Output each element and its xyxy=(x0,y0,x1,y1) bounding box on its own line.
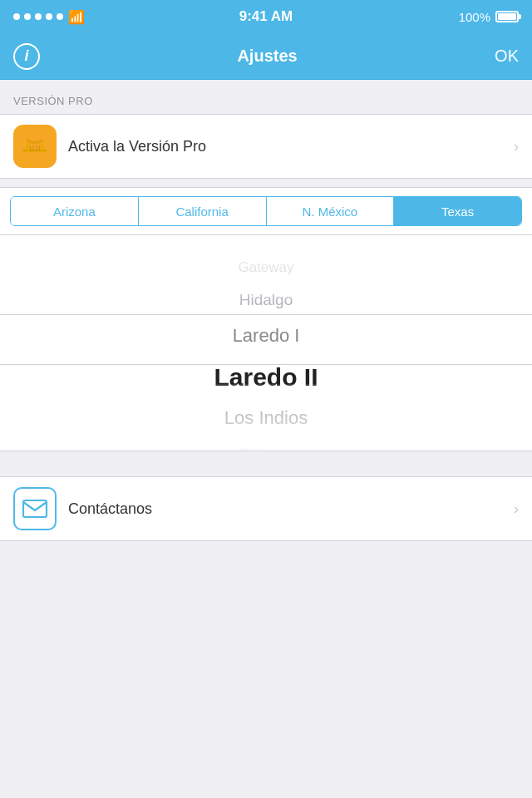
battery-fill xyxy=(498,13,516,20)
nav-title: Ajustes xyxy=(237,47,297,66)
contact-icon xyxy=(13,487,57,530)
list-item: Los Indios xyxy=(0,400,532,437)
contact-text: Contáctanos xyxy=(68,500,514,518)
status-left: 📶 xyxy=(13,9,85,25)
nav-bar: i Ajustes OK xyxy=(0,33,532,80)
list-item: Laredo I xyxy=(0,318,532,355)
picker-divider-top xyxy=(0,314,532,315)
segment-control: Arizona California N. México Texas xyxy=(10,196,522,226)
section-gap xyxy=(0,451,532,476)
contact-row[interactable]: Contáctanos › xyxy=(0,476,532,541)
list-item-selected: Laredo II xyxy=(0,354,532,400)
dot-5 xyxy=(57,13,63,20)
picker-divider-bottom xyxy=(0,364,532,365)
bridge-svg xyxy=(20,131,50,161)
pro-row[interactable]: Activa la Versión Pro › xyxy=(0,114,532,179)
status-bar: 📶 9:41 AM 100% xyxy=(0,0,532,33)
info-button[interactable]: i xyxy=(13,43,40,70)
status-time: 9:41 AM xyxy=(239,8,293,25)
dot-2 xyxy=(24,13,31,20)
picker-list: Gateway Hidalgo Laredo I Laredo II Los I… xyxy=(0,235,532,451)
list-item: Gateway xyxy=(0,252,532,283)
status-right: 100% xyxy=(459,10,519,24)
pro-chevron-icon: › xyxy=(514,138,519,155)
segment-item-california[interactable]: California xyxy=(139,197,267,225)
email-icon xyxy=(22,495,48,522)
wifi-icon: 📶 xyxy=(68,9,85,25)
battery-percent: 100% xyxy=(459,10,490,24)
svg-line-8 xyxy=(37,145,37,150)
signal-dots xyxy=(13,13,63,20)
svg-line-9 xyxy=(39,145,40,150)
svg-rect-10 xyxy=(23,500,47,517)
picker-container[interactable]: Gateway Hidalgo Laredo I Laredo II Los I… xyxy=(0,235,532,451)
pro-icon xyxy=(13,125,57,168)
dot-3 xyxy=(35,13,42,20)
segment-item-nmexico[interactable]: N. México xyxy=(267,197,395,225)
segment-wrapper: Arizona California N. México Texas xyxy=(0,187,532,235)
list-item: Ojinaga xyxy=(0,437,532,451)
segment-item-arizona[interactable]: Arizona xyxy=(11,197,139,225)
svg-line-6 xyxy=(30,145,31,150)
ok-button[interactable]: OK xyxy=(495,47,519,66)
pro-section-label: VERSIÓN PRO xyxy=(0,80,532,114)
svg-line-7 xyxy=(33,145,34,150)
dot-4 xyxy=(46,13,52,20)
battery-icon xyxy=(495,11,519,22)
list-item: Hidalgo xyxy=(0,283,532,318)
dot-1 xyxy=(13,13,20,20)
segment-item-texas[interactable]: Texas xyxy=(394,197,521,225)
pro-row-text: Activa la Versión Pro xyxy=(68,138,514,155)
contact-chevron-icon: › xyxy=(514,500,519,518)
